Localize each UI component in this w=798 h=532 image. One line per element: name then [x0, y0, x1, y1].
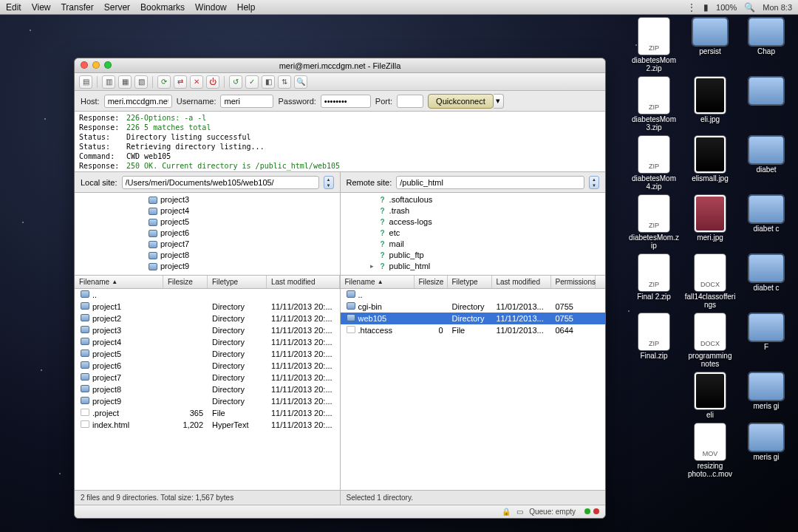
- tree-item[interactable]: ▸public_html: [355, 261, 606, 272]
- desktop-icon[interactable]: meris gi: [740, 372, 792, 419]
- toolbar-filter-icon[interactable]: ✓: [245, 75, 259, 89]
- local-site-stepper[interactable]: ▲▼: [324, 176, 334, 189]
- tree-item[interactable]: project3: [92, 194, 340, 205]
- tree-item[interactable]: .trash: [355, 205, 606, 216]
- menu-server[interactable]: Server: [104, 2, 130, 13]
- tree-item[interactable]: project4: [92, 205, 340, 216]
- password-input[interactable]: [321, 95, 371, 108]
- file-row[interactable]: project7Directory11/11/2013 20:...: [75, 372, 340, 383]
- desktop-icon[interactable]: diabetesMom 2.zip: [628, 18, 680, 72]
- window-titlebar[interactable]: meri@meri.mccdgm.net - FileZilla: [75, 58, 605, 73]
- toolbar-process-queue-icon[interactable]: ⇄: [174, 75, 187, 89]
- tree-item[interactable]: project9: [92, 261, 340, 272]
- toolbar-reconnect-icon[interactable]: ↺: [229, 75, 242, 89]
- desktop-icon[interactable]: programming notes: [684, 313, 736, 368]
- tree-item[interactable]: project8: [92, 250, 340, 261]
- tree-item[interactable]: access-logs: [355, 216, 606, 228]
- toolbar-compare-icon[interactable]: ◧: [262, 75, 275, 89]
- file-row[interactable]: .project365File11/11/2013 20:...: [75, 407, 340, 419]
- remote-file-list[interactable]: ..cgi-binDirectory11/01/2013...0755web10…: [341, 289, 606, 490]
- tree-item[interactable]: etc: [355, 228, 606, 239]
- menu-window[interactable]: Window: [195, 2, 227, 13]
- toolbar-sync-icon[interactable]: ⇅: [278, 75, 291, 89]
- file-row[interactable]: project4Directory11/11/2013 20:...: [75, 336, 340, 348]
- host-input[interactable]: [104, 95, 172, 108]
- tree-item[interactable]: project7: [92, 239, 340, 250]
- tree-item[interactable]: mail: [355, 239, 606, 250]
- file-row[interactable]: project8Directory11/11/2013 20:...: [75, 383, 340, 395]
- quickconnect-button[interactable]: Quickconnect: [428, 94, 494, 109]
- col-filetype[interactable]: Filetype: [448, 276, 492, 288]
- menu-view[interactable]: View: [32, 2, 51, 13]
- file-row[interactable]: ..: [341, 289, 606, 301]
- tree-item[interactable]: project5: [92, 216, 340, 228]
- desktop-icon[interactable]: meri.jpg: [684, 195, 736, 250]
- minimize-button[interactable]: [92, 61, 100, 69]
- file-row[interactable]: web105Directory11/11/2013...0755: [341, 313, 606, 324]
- col-filename[interactable]: Filename ▲: [341, 276, 415, 288]
- remote-list-header[interactable]: Filename ▲ Filesize Filetype Last modifi…: [341, 276, 606, 289]
- file-row[interactable]: .htaccess0File11/01/2013...0644: [341, 324, 606, 336]
- desktop-icon[interactable]: diabetesMom 3.zip: [628, 77, 680, 132]
- desktop-icon[interactable]: diabetesMom.zip: [628, 195, 680, 250]
- file-row[interactable]: project2Directory11/11/2013 20:...: [75, 313, 340, 324]
- file-row[interactable]: project9Directory11/11/2013 20:...: [75, 395, 340, 407]
- file-row[interactable]: ..: [75, 289, 340, 301]
- zoom-button[interactable]: [104, 61, 112, 69]
- toolbar-sitemanager-icon[interactable]: ▤: [79, 75, 92, 89]
- desktop-icon[interactable]: fall14classofferings: [684, 254, 736, 309]
- desktop-icon[interactable]: Chap: [740, 18, 792, 72]
- menu-bookmarks[interactable]: Bookmarks: [140, 2, 185, 13]
- disclosure-icon[interactable]: ▸: [369, 261, 376, 272]
- col-lastmodified[interactable]: Last modified: [267, 276, 340, 288]
- file-row[interactable]: project5Directory11/11/2013 20:...: [75, 348, 340, 360]
- local-site-input[interactable]: [122, 176, 319, 189]
- toolbar-toggle-tree-icon[interactable]: ▦: [118, 75, 132, 89]
- file-row[interactable]: project3Directory11/11/2013 20:...: [75, 324, 340, 336]
- tree-item[interactable]: public_ftp: [355, 250, 606, 261]
- desktop-icon[interactable]: diabet: [740, 136, 792, 191]
- desktop-icon[interactable]: resizing photo...c.mov: [684, 423, 736, 478]
- remote-site-input[interactable]: [396, 176, 584, 189]
- toolbar-cancel-icon[interactable]: ✕: [190, 75, 203, 89]
- menu-edit[interactable]: Edit: [6, 2, 21, 13]
- remote-tree[interactable]: .softaculous.trashaccess-logsetcmailpubl…: [341, 193, 606, 276]
- toolbar-refresh-icon[interactable]: ⟳: [157, 75, 171, 89]
- toolbar-toggle-log-icon[interactable]: ▥: [102, 75, 115, 89]
- port-input[interactable]: [397, 95, 423, 108]
- tree-item[interactable]: project6: [92, 228, 340, 239]
- col-filesize[interactable]: Filesize: [163, 276, 208, 288]
- col-lastmodified[interactable]: Last modified: [492, 276, 551, 288]
- file-row[interactable]: project6Directory11/11/2013 20:...: [75, 360, 340, 372]
- desktop-icon[interactable]: persist: [684, 18, 736, 72]
- toolbar-toggle-queue-icon[interactable]: ▧: [134, 75, 148, 89]
- desktop-icon[interactable]: eli: [684, 372, 736, 419]
- desktop-icon[interactable]: elismall.jpg: [684, 136, 736, 191]
- menu-help[interactable]: Help: [237, 2, 256, 13]
- col-filetype[interactable]: Filetype: [208, 276, 267, 288]
- desktop-icon[interactable]: Final 2.zip: [628, 254, 680, 309]
- desktop-icon[interactable]: eli.jpg: [684, 77, 736, 132]
- menubar-spotlight-icon[interactable]: 🔍: [744, 2, 755, 13]
- toolbar-disconnect-icon[interactable]: ⏻: [206, 75, 219, 89]
- desktop-icon[interactable]: diabet c: [740, 254, 792, 309]
- close-button[interactable]: [81, 61, 88, 69]
- tree-item[interactable]: .softaculous: [355, 194, 606, 205]
- desktop-icon[interactable]: Final.zip: [628, 313, 680, 368]
- local-file-list[interactable]: ..project1Directory11/11/2013 20:...proj…: [75, 289, 340, 490]
- menubar-wifi-icon[interactable]: ⋮: [687, 2, 696, 13]
- menu-transfer[interactable]: Transfer: [61, 2, 93, 13]
- username-input[interactable]: [220, 95, 273, 108]
- quickconnect-dropdown[interactable]: ▾: [494, 94, 504, 109]
- file-row[interactable]: project1Directory11/11/2013 20:...: [75, 301, 340, 313]
- desktop-icon[interactable]: F: [740, 313, 792, 368]
- toolbar-find-icon[interactable]: 🔍: [294, 75, 307, 89]
- desktop-icon[interactable]: diabet c: [740, 195, 792, 250]
- col-filename[interactable]: Filename ▲: [75, 276, 163, 288]
- local-tree[interactable]: project3project4project5project6project7…: [75, 193, 340, 276]
- col-permissions[interactable]: Permissions: [551, 276, 596, 288]
- col-filesize[interactable]: Filesize: [415, 276, 448, 288]
- file-row[interactable]: index.html1,202HyperText11/11/2013 20:..…: [75, 419, 340, 431]
- menubar-battery-icon[interactable]: ▮: [703, 2, 709, 13]
- file-row[interactable]: cgi-binDirectory11/01/2013...0755: [341, 301, 606, 313]
